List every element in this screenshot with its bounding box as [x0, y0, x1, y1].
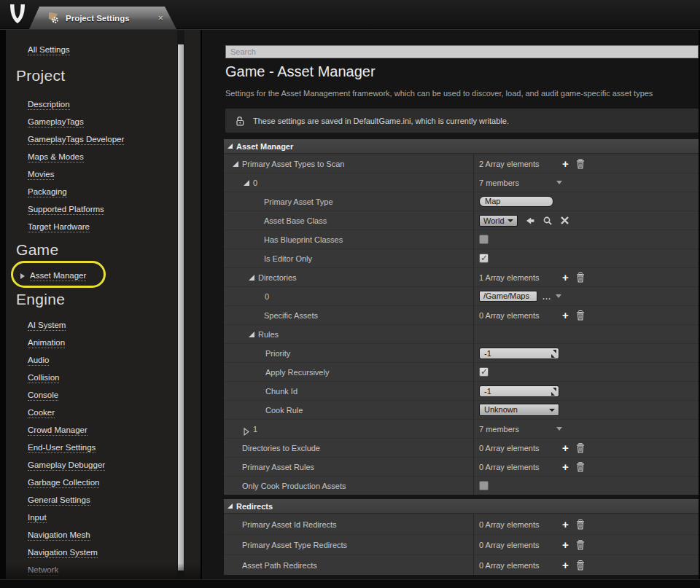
trash-icon	[576, 310, 585, 321]
sidebar-item-ai-system[interactable]: AI System	[28, 317, 105, 334]
row-directory-0: 0 /Game/Maps ...	[224, 286, 699, 305]
add-element-button[interactable]: +	[562, 462, 569, 472]
sidebar-item-network[interactable]: Network	[28, 562, 105, 579]
checkbox-unchecked[interactable]: ✓	[479, 235, 489, 244]
ellipsis-button[interactable]: ...	[542, 294, 551, 299]
sidebar-item-end-user-settings[interactable]: End-User Settings	[28, 439, 105, 457]
tab-project-settings[interactable]: Project Settings ×	[29, 7, 176, 29]
delete-elements-button[interactable]	[576, 560, 585, 571]
window-bottom-edge	[0, 579, 700, 588]
primary-asset-type-input[interactable]: Map	[479, 196, 553, 207]
plus-icon: +	[562, 559, 569, 571]
settings-sidebar: All Settings Project Description Gamepla…	[6, 30, 201, 579]
add-element-button[interactable]: +	[562, 520, 569, 530]
checkbox-checked[interactable]: ✓	[479, 367, 489, 377]
directory-path-button[interactable]: /Game/Maps	[479, 291, 537, 302]
delete-elements-button[interactable]	[576, 310, 585, 321]
plus-icon: +	[562, 538, 569, 551]
sidebar-item-input[interactable]: Input	[28, 509, 105, 527]
tab-label: Project Settings	[66, 14, 158, 23]
priority-number-input[interactable]: -1	[479, 348, 559, 359]
sidebar-item-navigation-mesh[interactable]: Navigation Mesh	[28, 527, 105, 544]
sidebar-item-gameplay-debugger[interactable]: Gameplay Debugger	[28, 457, 105, 474]
page-title: Game - Asset Manager	[225, 63, 376, 80]
asset-base-class-combo[interactable]: World	[479, 215, 518, 227]
chevron-down-icon	[549, 409, 555, 412]
sidebar-item-console[interactable]: Console	[28, 387, 105, 404]
row-is-editor-only: Is Editor Only ✓	[224, 248, 699, 267]
chevron-down-icon[interactable]	[556, 294, 561, 298]
expand-arrow-icon[interactable]	[244, 180, 249, 186]
sidebar-item-garbage-collection[interactable]: Garbage Collection	[28, 474, 105, 492]
chunk-id-number-input[interactable]: -1	[479, 385, 559, 397]
delete-elements-button[interactable]	[576, 520, 585, 530]
chevron-down-icon[interactable]	[556, 181, 562, 184]
search-input[interactable]	[225, 45, 699, 58]
use-selected-button[interactable]	[525, 216, 535, 226]
sidebar-item-navigation-system[interactable]: Navigation System	[28, 544, 105, 562]
category-header[interactable]: Asset Manager	[224, 139, 699, 154]
sidebar-item-collision[interactable]: Collision	[28, 369, 105, 387]
add-element-button[interactable]: +	[562, 540, 569, 550]
check-icon: ✓	[481, 253, 488, 263]
tab-close-icon[interactable]: ×	[158, 13, 163, 23]
sidebar-item-maps-modes[interactable]: Maps & Modes	[28, 149, 124, 166]
add-element-button[interactable]: +	[562, 560, 569, 571]
add-element-button[interactable]: +	[562, 273, 569, 283]
plus-icon: +	[562, 518, 569, 530]
delete-elements-button[interactable]	[576, 273, 585, 283]
sidebar-item-target-hardware[interactable]: Target Hardware	[28, 219, 124, 236]
sidebar-item-asset-manager[interactable]: Asset Manager	[20, 267, 86, 285]
checkbox-checked[interactable]: ✓	[479, 254, 489, 263]
clear-button[interactable]	[560, 216, 569, 225]
chevron-down-icon[interactable]	[556, 427, 562, 431]
title-bar: Project Settings ×	[0, 0, 700, 29]
notice-text: These settings are saved in DefaultGame.…	[253, 117, 509, 125]
sidebar-section-game: Game	[16, 241, 58, 259]
sidebar-item-crowd-manager[interactable]: Crowd Manager	[28, 422, 105, 439]
sidebar-item-cooker[interactable]: Cooker	[28, 404, 105, 422]
sidebar-item-audio[interactable]: Audio	[28, 352, 105, 369]
row-primary-asset-rules: Primary Asset Rules 0 Array elements +	[224, 457, 699, 476]
add-element-button[interactable]: +	[562, 159, 569, 169]
delete-elements-button[interactable]	[576, 159, 585, 169]
sidebar-item-description[interactable]: Description	[28, 96, 124, 114]
sidebar-item-movies[interactable]: Movies	[28, 166, 124, 184]
category-redirects: Redirects Primary Asset Id Redirects 0 A…	[224, 499, 699, 575]
delete-elements-button[interactable]	[576, 443, 585, 453]
sidebar-item-supported-platforms[interactable]: Supported Platforms	[28, 201, 124, 219]
delete-elements-button[interactable]	[576, 462, 585, 472]
row-chunk-id: Chunk Id -1	[224, 381, 699, 400]
cook-rule-dropdown[interactable]: Unknown	[479, 404, 559, 416]
sidebar-section-project: Project	[16, 67, 65, 85]
trash-icon	[576, 443, 585, 453]
sidebar-item-all-settings[interactable]: All Settings	[28, 45, 70, 55]
sidebar-item-gameplaytags[interactable]: GameplayTags	[28, 114, 124, 131]
plus-icon: +	[562, 442, 569, 454]
add-element-button[interactable]: +	[562, 310, 569, 321]
plus-icon: +	[562, 460, 569, 473]
expand-arrow-icon[interactable]	[249, 332, 254, 337]
row-asset-base-class: Asset Base Class World	[224, 211, 699, 230]
expand-arrow-icon[interactable]	[249, 275, 254, 281]
sidebar-item-packaging[interactable]: Packaging	[28, 184, 124, 201]
add-element-button[interactable]: +	[562, 443, 569, 453]
checkbox-unchecked[interactable]: ✓	[479, 481, 489, 490]
collapsed-arrow-icon[interactable]	[244, 426, 249, 439]
row-cook-rule: Cook Rule Unknown	[224, 400, 699, 419]
trash-icon	[576, 273, 585, 283]
collapse-arrow-icon	[228, 503, 233, 509]
sidebar-item-gameplaytags-developer[interactable]: GameplayTags Developer	[28, 131, 124, 149]
delete-elements-button[interactable]	[576, 540, 585, 550]
chevron-down-icon	[508, 219, 513, 222]
browse-button[interactable]	[542, 216, 553, 226]
sidebar-scrollbar-thumb[interactable]	[178, 44, 184, 571]
magnifier-icon	[542, 216, 553, 226]
sidebar-item-general-settings[interactable]: General Settings	[28, 492, 105, 509]
engine-items-list: AI System Animation Audio Collision Cons…	[28, 317, 105, 579]
expand-arrow-icon[interactable]	[233, 161, 238, 167]
settings-detail-panel: Game - Asset Manager Settings for the As…	[202, 30, 699, 579]
category-header[interactable]: Redirects	[224, 499, 699, 514]
sidebar-item-animation[interactable]: Animation	[28, 334, 105, 352]
settings-blocks: Asset Manager Primary Asset Types to Sca…	[224, 139, 699, 575]
